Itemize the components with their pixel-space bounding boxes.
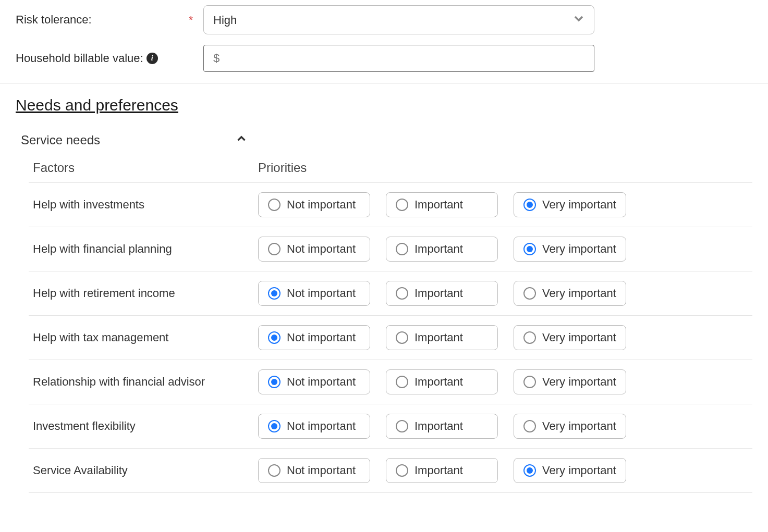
priority-button-not_important[interactable]: Not important	[258, 414, 370, 439]
radio-dot-icon	[271, 423, 277, 429]
needs-preferences-section: Needs and preferences Service needs Fact…	[0, 83, 768, 493]
priority-button-very_important[interactable]: Very important	[514, 369, 626, 394]
priority-button-group: Not importantImportantVery important	[258, 325, 752, 350]
table-body: Help with investmentsNot importantImport…	[29, 183, 752, 493]
priorities-header: Priorities	[258, 160, 752, 175]
radio-icon	[523, 199, 536, 211]
radio-dot-icon	[271, 379, 277, 385]
table-row: Service AvailabilityNot importantImporta…	[29, 449, 752, 493]
priority-button-important[interactable]: Important	[386, 458, 498, 483]
radio-icon	[523, 464, 536, 477]
priority-button-label: Not important	[287, 198, 356, 212]
radio-dot-icon	[527, 246, 533, 252]
priority-button-very_important[interactable]: Very important	[514, 237, 626, 262]
priority-button-label: Very important	[542, 242, 616, 256]
priority-button-label: Very important	[542, 464, 616, 477]
priority-button-important[interactable]: Important	[386, 369, 498, 394]
risk-tolerance-label-text: Risk tolerance:	[16, 13, 92, 27]
household-billable-input[interactable]	[203, 45, 594, 72]
table-row: Relationship with financial advisorNot i…	[29, 360, 752, 404]
risk-tolerance-label: Risk tolerance: *	[16, 13, 198, 27]
table-header: Factors Priorities	[29, 155, 752, 183]
risk-tolerance-select[interactable]: High	[203, 5, 594, 34]
priority-button-not_important[interactable]: Not important	[258, 237, 370, 262]
priority-button-important[interactable]: Important	[386, 414, 498, 439]
priority-button-not_important[interactable]: Not important	[258, 281, 370, 306]
required-asterisk: *	[189, 14, 193, 26]
radio-icon	[268, 199, 281, 211]
priority-button-important[interactable]: Important	[386, 237, 498, 262]
priority-button-label: Very important	[542, 287, 616, 300]
factor-label: Help with tax management	[29, 331, 258, 344]
subsection-title: Service needs	[21, 133, 235, 147]
priority-button-label: Not important	[287, 287, 356, 300]
radio-icon	[268, 287, 281, 300]
radio-icon	[523, 287, 536, 300]
risk-tolerance-row: Risk tolerance: * High	[0, 0, 768, 40]
radio-icon	[268, 376, 281, 388]
priority-button-very_important[interactable]: Very important	[514, 458, 626, 483]
factors-header: Factors	[29, 160, 258, 175]
priority-button-not_important[interactable]: Not important	[258, 458, 370, 483]
priority-button-not_important[interactable]: Not important	[258, 192, 370, 217]
radio-icon	[268, 331, 281, 344]
radio-icon	[268, 464, 281, 477]
priority-button-important[interactable]: Important	[386, 325, 498, 350]
radio-icon	[396, 287, 408, 300]
priority-button-label: Important	[415, 242, 463, 256]
priority-button-group: Not importantImportantVery important	[258, 192, 752, 217]
priority-button-very_important[interactable]: Very important	[514, 414, 626, 439]
radio-icon	[523, 420, 536, 432]
radio-icon	[523, 376, 536, 388]
household-billable-label: Household billable value: i	[16, 52, 198, 65]
service-needs-header[interactable]: Service needs	[0, 125, 768, 155]
radio-icon	[396, 420, 408, 432]
priority-button-important[interactable]: Important	[386, 192, 498, 217]
radio-dot-icon	[527, 467, 533, 474]
priority-button-label: Important	[415, 287, 463, 300]
factor-label: Relationship with financial advisor	[29, 375, 258, 389]
table-row: Help with financial planningNot importan…	[29, 227, 752, 271]
table-row: Help with tax managementNot importantImp…	[29, 316, 752, 360]
radio-icon	[523, 243, 536, 255]
radio-icon	[268, 243, 281, 255]
priority-button-label: Not important	[287, 419, 356, 433]
priority-button-group: Not importantImportantVery important	[258, 458, 752, 483]
radio-icon	[396, 331, 408, 344]
table-row: Investment flexibilityNot importantImpor…	[29, 404, 752, 449]
priority-button-very_important[interactable]: Very important	[514, 281, 626, 306]
factor-label: Help with retirement income	[29, 287, 258, 300]
priority-button-label: Very important	[542, 331, 616, 344]
priority-button-label: Important	[415, 375, 463, 389]
radio-icon	[268, 420, 281, 432]
priority-button-very_important[interactable]: Very important	[514, 325, 626, 350]
priority-button-group: Not importantImportantVery important	[258, 414, 752, 439]
priority-button-label: Important	[415, 198, 463, 212]
priority-button-group: Not importantImportantVery important	[258, 237, 752, 262]
info-icon[interactable]: i	[147, 53, 158, 64]
radio-icon	[396, 376, 408, 388]
priority-button-group: Not importantImportantVery important	[258, 281, 752, 306]
factor-label: Investment flexibility	[29, 419, 258, 433]
priority-button-not_important[interactable]: Not important	[258, 369, 370, 394]
priority-button-very_important[interactable]: Very important	[514, 192, 626, 217]
section-title: Needs and preferences	[0, 96, 768, 125]
chevron-up-icon	[235, 132, 248, 148]
priority-button-label: Not important	[287, 331, 356, 344]
priority-button-label: Not important	[287, 375, 356, 389]
priority-button-label: Not important	[287, 242, 356, 256]
priority-button-group: Not importantImportantVery important	[258, 369, 752, 394]
radio-icon	[523, 331, 536, 344]
priority-button-label: Very important	[542, 419, 616, 433]
household-billable-row: Household billable value: i	[0, 40, 768, 77]
table-row: Help with investmentsNot importantImport…	[29, 183, 752, 227]
priorities-table: Factors Priorities Help with investments…	[0, 155, 768, 493]
factor-label: Help with financial planning	[29, 242, 258, 256]
priority-button-label: Not important	[287, 464, 356, 477]
priority-button-important[interactable]: Important	[386, 281, 498, 306]
priority-button-not_important[interactable]: Not important	[258, 325, 370, 350]
priority-button-label: Important	[415, 419, 463, 433]
factor-label: Service Availability	[29, 464, 258, 477]
household-billable-label-text: Household billable value:	[16, 52, 143, 65]
factor-label: Help with investments	[29, 198, 258, 212]
